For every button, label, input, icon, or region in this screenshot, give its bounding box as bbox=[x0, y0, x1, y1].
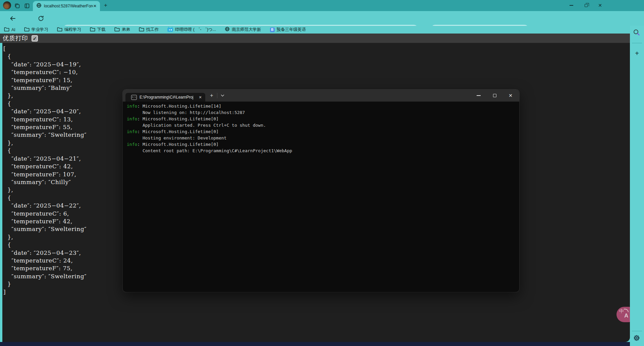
bookmark-label: 找工作 bbox=[146, 27, 159, 33]
profile-avatar[interactable] bbox=[3, 1, 11, 9]
terminal-log-line: Now listening on: http://localhost:5287 bbox=[127, 109, 292, 116]
globe-icon bbox=[36, 3, 42, 9]
folder-icon bbox=[57, 27, 62, 33]
cmd-icon: C:\ bbox=[131, 95, 137, 100]
terminal-window[interactable]: C:\ E:\Programming\C#\LearnProj ✕ + ✕ in… bbox=[123, 90, 519, 292]
folder-icon bbox=[24, 27, 30, 33]
terminal-tab-title: E:\Programming\C#\LearnProj bbox=[140, 95, 193, 100]
browser-titlebar: localhost:5287/WeatherForecast ✕ + ✕ bbox=[0, 0, 644, 11]
terminal-log-line: info: Microsoft.Hosting.Lifetime[0] bbox=[127, 116, 292, 122]
terminal-close-button[interactable]: ✕ bbox=[505, 91, 516, 100]
bottom-edge-band bbox=[0, 342, 630, 346]
bookmark-item[interactable]: 哔哩哔哩 ( ゜- ゜)つ... bbox=[167, 27, 216, 33]
terminal-tab-close-icon[interactable]: ✕ bbox=[198, 95, 203, 100]
terminal-new-tab-button[interactable]: + bbox=[208, 92, 215, 99]
bookmark-item[interactable]: 学业学习 bbox=[24, 27, 48, 33]
letter-b-icon: B bbox=[270, 27, 275, 32]
window-restore-button[interactable] bbox=[581, 1, 591, 9]
terminal-dropdown-icon[interactable] bbox=[219, 93, 225, 98]
bookmark-label: 下载 bbox=[97, 27, 106, 33]
bookmark-item[interactable]: 编程学习 bbox=[57, 27, 81, 33]
bookmark-label: 弟弟 bbox=[122, 27, 130, 33]
terminal-log-line: Content root path: E:\Programming\C#\Lea… bbox=[127, 148, 292, 154]
bookmark-item[interactable]: B预备三年级英语 bbox=[270, 27, 306, 33]
bookmark-label: 编程学习 bbox=[64, 27, 81, 33]
sidebar-search-icon[interactable] bbox=[633, 29, 641, 37]
terminal-minimize-button[interactable] bbox=[473, 91, 484, 100]
tab-close-icon[interactable]: ✕ bbox=[92, 3, 98, 9]
bilibili-icon bbox=[167, 28, 173, 32]
terminal-titlebar[interactable]: C:\ E:\Programming\C#\LearnProj ✕ + ✕ bbox=[123, 90, 519, 102]
tab-actions-icon[interactable] bbox=[23, 2, 30, 9]
settings-gear-icon[interactable] bbox=[633, 334, 641, 342]
terminal-maximize-button[interactable] bbox=[489, 91, 500, 100]
translate-float-icon: 中 bbox=[619, 308, 624, 314]
refresh-icon[interactable] bbox=[37, 14, 45, 22]
tab-title: localhost:5287/WeatherForecast bbox=[44, 4, 93, 8]
edge-sidebar-strip: + bbox=[630, 26, 644, 346]
terminal-log-line: info: Microsoft.Hosting.Lifetime[0] bbox=[127, 141, 292, 148]
bookmark-label: 预备三年级英语 bbox=[277, 27, 306, 33]
globe-icon bbox=[225, 26, 230, 33]
folder-icon bbox=[114, 27, 120, 33]
sidebar-add-icon[interactable]: + bbox=[633, 49, 641, 57]
window-edge-strip bbox=[0, 43, 2, 342]
sidebar-divider bbox=[632, 331, 642, 331]
bookmarks-bar: AI学业学习编程学习下载弟弟找工作哔哩哔哩 ( ゜- ゜)つ...南京师范大学新… bbox=[0, 26, 644, 34]
back-icon[interactable] bbox=[9, 14, 17, 22]
bookmark-item[interactable]: AI bbox=[4, 27, 15, 33]
json-response-body: [ { ″date″: ″2025−04−19″, ″temperatureC″… bbox=[3, 45, 87, 296]
bookmark-item[interactable]: 南京师范大学新 bbox=[225, 26, 261, 33]
bookmark-label: 哔哩哔哩 ( ゜- ゜)つ... bbox=[175, 27, 216, 33]
sidebar-divider bbox=[632, 43, 642, 43]
terminal-log-line: info: Microsoft.Hosting.Lifetime[14] bbox=[127, 103, 292, 109]
print-quality-label: 优质打印 bbox=[3, 34, 28, 42]
terminal-tab-divider bbox=[217, 93, 217, 98]
bookmark-label: AI bbox=[11, 27, 15, 32]
window-minimize-button[interactable] bbox=[566, 1, 576, 9]
terminal-log-line: Hosting environment: Development bbox=[127, 135, 292, 141]
terminal-tab[interactable]: C:\ E:\Programming\C#\LearnProj ✕ bbox=[125, 93, 205, 102]
bookmark-item[interactable]: 弟弟 bbox=[114, 27, 130, 33]
folder-icon bbox=[90, 27, 95, 33]
terminal-log-line: Application started. Press Ctrl+C to shu… bbox=[127, 122, 292, 128]
new-tab-button[interactable]: + bbox=[102, 2, 109, 9]
workspaces-icon[interactable] bbox=[14, 2, 20, 9]
terminal-output: info: Microsoft.Hosting.Lifetime[14] Now… bbox=[127, 103, 292, 154]
folder-icon bbox=[4, 27, 9, 33]
print-quality-bar: 优质打印 ✓ bbox=[0, 34, 630, 43]
bookmark-item[interactable]: 下载 bbox=[90, 27, 106, 33]
window-close-button[interactable]: ✕ bbox=[595, 1, 605, 9]
folder-icon bbox=[139, 27, 144, 33]
bookmark-label: 南京师范大学新 bbox=[232, 27, 261, 33]
active-tab[interactable]: localhost:5287/WeatherForecast ✕ bbox=[33, 1, 100, 11]
print-quality-checkbox[interactable]: ✓ bbox=[32, 35, 38, 42]
terminal-log-line: info: Microsoft.Hosting.Lifetime[0] bbox=[127, 128, 292, 135]
screen: localhost:5287/WeatherForecast ✕ + ✕ loc… bbox=[0, 0, 644, 346]
bookmark-label: 学业学习 bbox=[32, 27, 48, 33]
browser-toolbar: localhost:5287/WeatherForecast 中A ✂ ••• bbox=[0, 11, 644, 26]
bookmark-item[interactable]: 找工作 bbox=[139, 27, 159, 33]
